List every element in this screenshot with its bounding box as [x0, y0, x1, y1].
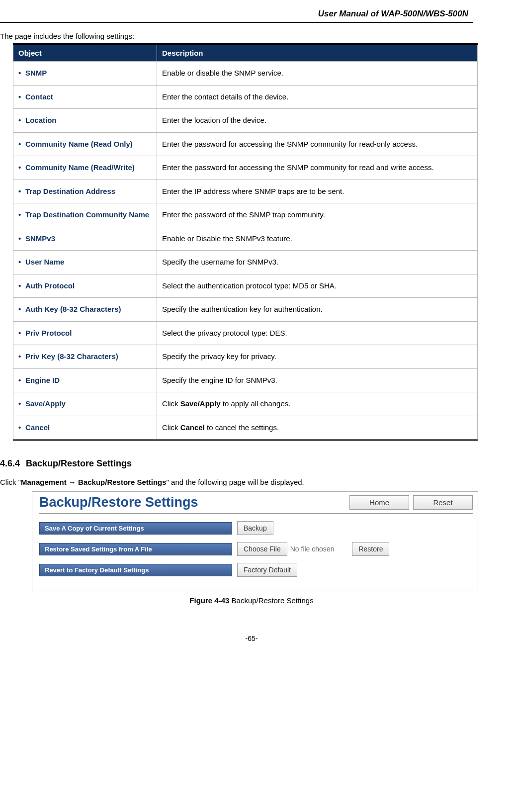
table-row: •SNMPEnable or disable the SNMP service.	[13, 62, 478, 86]
table-row: •Priv Key (8-32 Characters)Specify the p…	[13, 345, 478, 369]
click-prefix: Click "	[0, 478, 21, 486]
section-number: 4.6.4	[0, 458, 26, 469]
object-cell: •Auth Key (8-32 Characters)	[13, 298, 157, 322]
factory-default-button[interactable]: Factory Default	[237, 563, 297, 577]
description-cell: Specify the authentication key for authe…	[157, 298, 478, 322]
ss-divider	[39, 513, 473, 514]
ss-header: Backup/Restore Settings Home Reset	[32, 492, 478, 511]
description-cell: Enter the password for accessing the SNM…	[157, 156, 478, 180]
ss-title: Backup/Restore Settings	[39, 495, 198, 510]
settings-table: Object Description •SNMPEnable or disabl…	[13, 43, 478, 441]
table-row: •Priv ProtocolSelect the privacy protoco…	[13, 321, 478, 345]
description-cell: Enter the password for accessing the SNM…	[157, 132, 478, 156]
arrow-icon: →	[69, 478, 76, 486]
ss-header-buttons: Home Reset	[347, 495, 473, 510]
description-cell: Enter the contact details of the device.	[157, 85, 478, 109]
object-cell: •User Name	[13, 251, 157, 274]
description-cell: Click Cancel to cancel the settings.	[157, 416, 478, 440]
table-row: •Engine IDSpecify the engine ID for SNMP…	[13, 368, 478, 392]
object-cell: •SNMPv3	[13, 227, 157, 251]
description-cell: Enable or Disable the SNMPv3 feature.	[157, 227, 478, 251]
object-cell: •Save/Apply	[13, 392, 157, 416]
figure-caption: Figure 4-43 Backup/Restore Settings	[0, 596, 503, 605]
ss-row-save-copy: Save A Copy of Current Settings Backup	[32, 521, 478, 535]
object-cell: •Engine ID	[13, 368, 157, 392]
doc-header-title: User Manual of WAP-500N/WBS-500N	[0, 0, 503, 22]
table-row: •Trap Destination AddressEnter the IP ad…	[13, 180, 478, 203]
description-cell: Enter the password of the SNMP trap comm…	[157, 203, 478, 227]
description-cell: Click Save/Apply to apply all changes.	[157, 392, 478, 416]
section-title: Backup/Restore Settings	[26, 458, 132, 468]
th-description: Description	[157, 44, 478, 62]
description-cell: Enter the IP address where SNMP traps ar…	[157, 180, 478, 203]
object-cell: •Cancel	[13, 416, 157, 440]
object-cell: •Community Name (Read Only)	[13, 132, 157, 156]
th-object: Object	[13, 44, 157, 62]
section-heading: 4.6.4Backup/Restore Settings	[0, 458, 503, 469]
table-row: •Auth ProtocolSelect the authentication …	[13, 274, 478, 298]
ss-row-restore: Restore Saved Settings from A File Choos…	[32, 542, 478, 556]
click-bold-backup: Backup/Restore Settings	[76, 478, 167, 486]
description-cell: Enable or disable the SNMP service.	[157, 62, 478, 86]
description-cell: Specify the username for SNMPv3.	[157, 251, 478, 274]
description-cell: Specify the engine ID for SNMPv3.	[157, 368, 478, 392]
description-cell: Select the authentication protocol type:…	[157, 274, 478, 298]
table-row: •User NameSpecify the username for SNMPv…	[13, 251, 478, 274]
table-row: •SNMPv3Enable or Disable the SNMPv3 feat…	[13, 227, 478, 251]
object-cell: •Trap Destination Address	[13, 180, 157, 203]
object-cell: •Priv Protocol	[13, 321, 157, 345]
object-cell: •Community Name (Read/Write)	[13, 156, 157, 180]
label-revert: Revert to Factory Default Settings	[39, 564, 232, 576]
choose-file-button[interactable]: Choose File	[237, 542, 287, 556]
object-cell: •Priv Key (8-32 Characters)	[13, 345, 157, 369]
figure-text: Backup/Restore Settings	[229, 596, 313, 605]
table-row: •Auth Key (8-32 Characters)Specify the a…	[13, 298, 478, 322]
table-row: •LocationEnter the location of the devic…	[13, 109, 478, 133]
ss-row-revert: Revert to Factory Default Settings Facto…	[32, 563, 478, 577]
reset-button[interactable]: Reset	[413, 495, 473, 510]
click-suffix: " and the following page will be display…	[167, 478, 304, 486]
figure-label: Figure 4-43	[189, 596, 229, 605]
table-row: •CancelClick Cancel to cancel the settin…	[13, 416, 478, 440]
page-number: -65-	[0, 634, 503, 642]
click-bold-management: Management	[21, 478, 69, 486]
table-row: •ContactEnter the contact details of the…	[13, 85, 478, 109]
table-row: •Trap Destination Community NameEnter th…	[13, 203, 478, 227]
object-cell: •Auth Protocol	[13, 274, 157, 298]
table-row: •Community Name (Read Only)Enter the pas…	[13, 132, 478, 156]
object-cell: •SNMP	[13, 62, 157, 86]
object-cell: •Location	[13, 109, 157, 133]
backup-button[interactable]: Backup	[237, 521, 273, 535]
home-button[interactable]: Home	[349, 495, 409, 510]
click-instruction: Click "Management → Backup/Restore Setti…	[0, 478, 503, 486]
header-rule	[0, 22, 473, 23]
no-file-text: No file chosen	[290, 545, 335, 553]
label-restore: Restore Saved Settings from A File	[39, 543, 232, 555]
description-cell: Specify the privacy key for privacy.	[157, 345, 478, 369]
intro-text: The page includes the following settings…	[0, 32, 503, 40]
table-row: •Save/ApplyClick Save/Apply to apply all…	[13, 392, 478, 416]
screenshot-container: Backup/Restore Settings Home Reset Save …	[32, 491, 478, 592]
restore-button[interactable]: Restore	[352, 542, 389, 556]
description-cell: Select the privacy protocol type: DES.	[157, 321, 478, 345]
description-cell: Enter the location of the device.	[157, 109, 478, 133]
object-cell: •Trap Destination Community Name	[13, 203, 157, 227]
label-save-copy: Save A Copy of Current Settings	[39, 522, 232, 535]
object-cell: •Contact	[13, 85, 157, 109]
ss-bottom-divider	[37, 590, 473, 590]
table-row: •Community Name (Read/Write)Enter the pa…	[13, 156, 478, 180]
